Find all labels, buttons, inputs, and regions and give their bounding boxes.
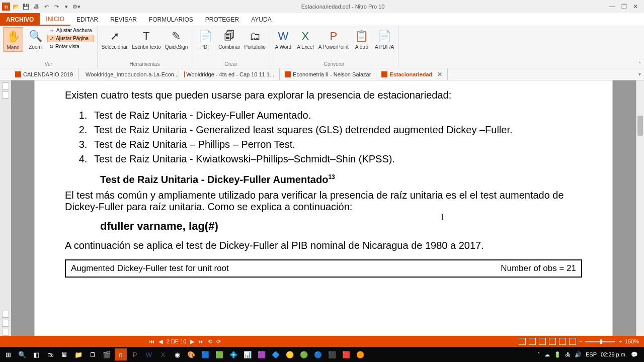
volume-icon[interactable]: 🔊	[575, 351, 582, 358]
pdf-button[interactable]: 📄PDF	[195, 27, 215, 51]
menu-ayuda[interactable]: AYUDA	[245, 13, 277, 26]
quicksign-button[interactable]: ✎QuickSign	[164, 27, 189, 51]
menu-archivo[interactable]: ARCHIVO	[0, 13, 40, 26]
doc-tab[interactable]: Econometria II - Nelson Salazar	[280, 69, 376, 80]
app-icon[interactable]: 🟩	[213, 348, 225, 360]
paint-icon[interactable]: 🎨	[185, 348, 197, 360]
scroll-thumb[interactable]	[637, 116, 643, 136]
doc-tab[interactable]: Wooldridge_Introduccion-a-La-Econ...	[78, 69, 179, 80]
app-icon[interactable]: 💠	[227, 348, 239, 360]
menu-revisar[interactable]: REVISAR	[104, 13, 143, 26]
video-icon[interactable]: 🎬	[101, 348, 113, 360]
app-icon[interactable]: 🟢	[298, 348, 310, 360]
pdf-page[interactable]: Existen cuatro tests que pueden usarse p…	[34, 80, 613, 336]
to-word-button[interactable]: WA Word	[273, 27, 293, 51]
menu-formularios[interactable]: FORMULARIOS	[143, 13, 199, 26]
tools-dropdown-icon[interactable]: ▾	[62, 3, 70, 11]
word-icon[interactable]: W	[143, 348, 155, 360]
app-icon[interactable]: 🟠	[354, 348, 366, 360]
forward-button[interactable]: ⟳	[216, 338, 221, 345]
doc-tab[interactable]: CALENDARIO 2019	[10, 69, 78, 80]
powerpoint-icon[interactable]: P	[129, 348, 141, 360]
task-view-icon[interactable]: ◧	[30, 348, 42, 360]
notifications-icon[interactable]: 💬	[631, 351, 638, 358]
to-pdfa-button[interactable]: 📄A PDF/A	[374, 27, 395, 51]
search-icon[interactable]: 🔍	[16, 348, 28, 360]
gear-icon[interactable]: ⚙▾	[72, 3, 80, 11]
tabs-overflow-icon[interactable]: ▾	[635, 71, 644, 77]
next-page-button[interactable]: ▶	[190, 338, 194, 345]
battery-icon[interactable]: 🔋	[554, 351, 561, 358]
app-icon[interactable]: 🟡	[284, 348, 296, 360]
menu-editar[interactable]: EDITAR	[70, 13, 104, 26]
app-icon[interactable]: 📊	[242, 348, 254, 360]
start-button[interactable]: ⊞	[2, 348, 14, 360]
doc-tab[interactable]: Wooldridge - 4ta ed - Cap 10 11 1...	[179, 69, 280, 80]
comment-panel-icon[interactable]	[2, 311, 9, 318]
doc-tab-active[interactable]: Estacionariedad✕	[376, 69, 448, 80]
vertical-scrollbar[interactable]	[636, 80, 644, 336]
restore-button[interactable]: ❐	[621, 3, 627, 10]
zoom-out-button[interactable]: −	[579, 338, 582, 344]
app-icon[interactable]: 🔵	[312, 348, 324, 360]
to-powerpoint-button[interactable]: PA PowerPoint	[317, 27, 350, 51]
view-thumbnails-icon[interactable]	[569, 338, 576, 345]
undo-icon[interactable]: ↶	[42, 3, 50, 11]
open-icon[interactable]: 📂	[12, 3, 20, 11]
view-cont-facing-icon[interactable]	[549, 338, 556, 345]
pages-panel-icon[interactable]	[2, 82, 9, 89]
view-continuous-icon[interactable]	[529, 338, 536, 345]
first-page-button[interactable]: ⏮	[149, 338, 154, 344]
tray-up-icon[interactable]: ˄	[537, 351, 540, 358]
zoom-level[interactable]: 150%	[625, 338, 639, 344]
fit-page-button[interactable]: ⤢Ajustar Página	[47, 35, 94, 42]
view-single-icon[interactable]	[519, 338, 526, 345]
prev-page-button[interactable]: ◀	[158, 338, 163, 345]
hand-tool-button[interactable]: ✋Mano	[3, 27, 23, 52]
menu-inicio[interactable]: INICIO	[40, 13, 70, 26]
onedrive-icon[interactable]: ☁	[544, 351, 550, 358]
clock[interactable]: 02:29 p.m.	[601, 351, 627, 357]
bookmarks-panel-icon[interactable]	[2, 92, 9, 99]
minimize-button[interactable]: —	[609, 3, 615, 10]
combine-button[interactable]: 🗐Combinar	[217, 27, 241, 51]
app-icon[interactable]: 🟦	[199, 348, 211, 360]
app-icon[interactable]: 🔷	[270, 348, 282, 360]
attach-panel-icon[interactable]	[2, 320, 9, 327]
last-page-button[interactable]: ⏭	[198, 338, 204, 344]
language-indicator[interactable]: ESP	[586, 351, 597, 357]
store-icon[interactable]: 🛍	[44, 348, 56, 360]
save-icon[interactable]: 💾	[22, 3, 30, 11]
print-icon[interactable]: 🖶	[32, 3, 40, 11]
close-button[interactable]: ✕	[633, 3, 638, 10]
chrome-icon[interactable]: ◉	[171, 348, 183, 360]
menu-proteger[interactable]: PROTEGER	[199, 13, 245, 26]
back-button[interactable]: ⟲	[208, 338, 212, 345]
view-fullscreen-icon[interactable]	[559, 338, 566, 345]
zoom-in-button[interactable]: +	[618, 338, 621, 344]
ribbon-collapse-icon[interactable]: ˄	[635, 26, 644, 68]
signature-panel-icon[interactable]	[2, 329, 9, 336]
redo-icon[interactable]: ↷	[52, 3, 60, 11]
notes-icon[interactable]: 🗒	[87, 348, 99, 360]
tab-close-icon[interactable]: ✕	[437, 71, 442, 78]
type-text-button[interactable]: TEscribir texto	[131, 27, 162, 51]
zoom-tool-button[interactable]: 🔍Zoom	[25, 27, 45, 51]
page-indicator[interactable]: 2 DE 10	[167, 338, 187, 344]
app-icon[interactable]: 🟥	[340, 348, 352, 360]
zoom-slider[interactable]	[585, 341, 615, 342]
select-button[interactable]: ➚Seleccionar	[101, 27, 129, 51]
explorer-icon[interactable]: 📁	[72, 348, 85, 360]
app-icon[interactable]: 🟪	[256, 348, 268, 360]
to-excel-button[interactable]: XA Excel	[295, 27, 315, 51]
view-facing-icon[interactable]	[539, 338, 546, 345]
rotate-view-button[interactable]: ↻Rotar vista	[47, 43, 94, 50]
fit-width-button[interactable]: ↔Ajustar Anchura	[47, 27, 94, 34]
app-icon[interactable]: ⬛	[326, 348, 338, 360]
portfolio-button[interactable]: 🗂Portafolio	[244, 27, 267, 51]
to-other-button[interactable]: 📋A otro	[352, 27, 372, 51]
excel-icon[interactable]: X	[157, 348, 169, 360]
calculator-icon[interactable]: 🖩	[58, 348, 70, 360]
nitro-icon[interactable]: n	[115, 348, 127, 360]
network-icon[interactable]: 🖧	[565, 351, 571, 357]
